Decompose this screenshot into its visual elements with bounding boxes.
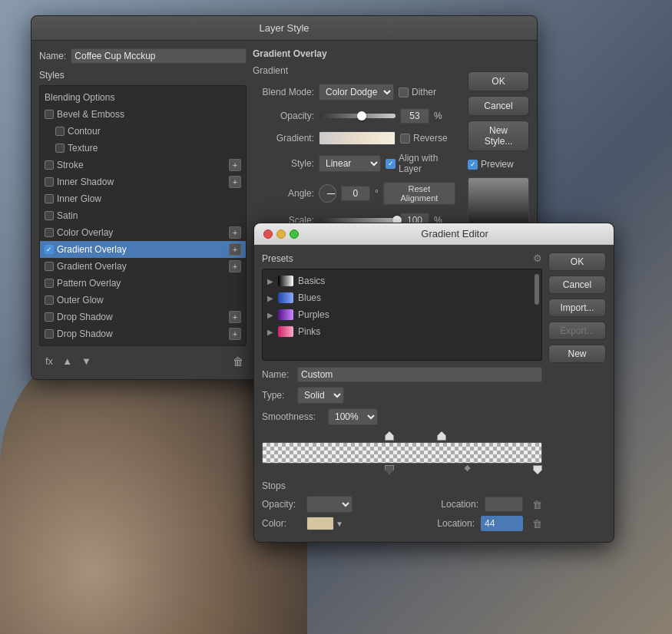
color-stop-midpoint[interactable] [465,465,471,471]
contour-item[interactable]: Contour [40,123,246,140]
gradient-overlay-1-plus[interactable]: + [229,243,241,256]
opacity-stops-label: Opacity: [262,499,300,510]
color-overlay-checkbox[interactable] [45,228,54,237]
angle-wheel[interactable] [319,184,336,203]
gradient-preview[interactable] [319,131,396,145]
reset-alignment-button[interactable]: Reset Alignment [383,182,455,205]
inner-shadow-plus[interactable]: + [229,176,241,188]
gradient-overlay-1-checkbox[interactable]: ✓ [45,245,54,254]
delete-button[interactable]: 🗑 [233,355,243,368]
opacity-trash-icon[interactable]: 🗑 [532,499,542,510]
color-trash-icon[interactable]: 🗑 [532,518,542,530]
outer-glow-item[interactable]: Outer Glow [40,292,246,309]
color-swatch[interactable] [306,517,334,530]
pattern-overlay-item[interactable]: Pattern Overlay [40,275,246,292]
outer-glow-checkbox[interactable] [45,296,54,305]
inner-shadow-checkbox[interactable] [45,177,54,187]
preset-pinks[interactable]: ▶ Pinks [263,323,541,340]
new-style-button[interactable]: New Style... [468,121,529,151]
pattern-overlay-checkbox[interactable] [45,279,54,288]
inner-glow-item[interactable]: Inner Glow [40,190,246,207]
inner-glow-label: Inner Glow [57,193,241,204]
reverse-checkbox[interactable] [400,134,410,144]
gradient-overlay-2-checkbox[interactable] [45,262,54,271]
pinks-icon [278,326,293,337]
color-stop-left[interactable] [385,465,394,474]
opacity-location-label: Location: [441,499,478,510]
bevel-checkbox[interactable] [45,110,54,119]
drop-shadow-2-plus[interactable]: + [229,328,241,340]
blending-options-item[interactable]: Blending Options [40,89,246,106]
cancel-button[interactable]: Cancel [468,96,529,116]
color-overlay-item[interactable]: Color Overlay + [40,224,246,241]
ge-export-button[interactable]: Export... [548,322,606,340]
styles-header: Styles [39,70,247,81]
style-select[interactable]: Linear Radial Angle Reflected Diamond [319,155,381,172]
angle-input[interactable] [341,186,370,201]
close-button[interactable] [263,229,273,239]
gradient-overlay-2-item[interactable]: Gradient Overlay + [40,258,246,275]
gradient-overlay-1-item[interactable]: ✓ Gradient Overlay + [40,241,246,258]
preview-label: Preview [481,159,514,170]
satin-checkbox[interactable] [45,211,54,220]
dither-checkbox[interactable] [399,88,409,97]
texture-item[interactable]: Texture [40,140,246,157]
preset-blues[interactable]: ▶ Blues [263,289,541,306]
ge-name-input[interactable] [297,367,542,382]
bevel-emboss-item[interactable]: Bevel & Emboss [40,106,246,123]
ge-cancel-button[interactable]: Cancel [548,276,606,294]
drop-shadow-1-checkbox[interactable] [45,312,54,322]
opacity-location-input[interactable] [485,497,523,512]
satin-item[interactable]: Satin [40,207,246,224]
gradient-editor-titlebar: Gradient Editor [254,223,614,245]
fx-button[interactable]: fx [42,354,56,368]
presets-gear-icon[interactable]: ⚙ [533,253,542,264]
preset-basics[interactable]: ▶ Basics [263,272,541,289]
color-overlay-plus[interactable]: + [229,226,241,239]
inner-glow-checkbox[interactable] [45,194,54,203]
pinks-chevron: ▶ [267,328,273,336]
bottom-toolbar: fx ▲ ▼ 🗑 [39,351,247,371]
gradient-bar[interactable] [262,442,542,464]
ge-import-button[interactable]: Import... [548,299,606,317]
drop-shadow-1-item[interactable]: Drop Shadow + [40,309,246,325]
stroke-checkbox[interactable] [45,160,54,170]
color-dropdown-icon[interactable]: ▼ [336,520,343,528]
texture-checkbox[interactable] [55,144,65,153]
preview-box [468,177,529,223]
drop-shadow-2-item[interactable]: Drop Shadow + [40,325,246,342]
stroke-plus[interactable]: + [229,159,241,171]
move-up-button[interactable]: ▲ [59,354,75,368]
align-checkbox[interactable]: ✓ [386,159,396,169]
zoom-button[interactable] [290,229,299,239]
ok-button[interactable]: OK [468,71,529,91]
drop-shadow-1-plus[interactable]: + [229,311,241,323]
inner-shadow-item[interactable]: Inner Shadow + [40,173,246,190]
color-stop-right[interactable] [533,465,542,474]
minimize-button[interactable] [276,229,286,239]
opacity-input[interactable] [400,108,429,124]
opacity-slider[interactable] [319,114,396,118]
name-input[interactable] [71,48,247,64]
opacity-label: Opacity: [253,111,314,121]
preset-purples[interactable]: ▶ Purples [263,306,541,323]
ge-new-button[interactable]: New [548,345,606,363]
preview-checkbox[interactable]: ✓ [468,160,478,170]
drop-shadow-2-checkbox[interactable] [45,329,54,338]
ge-ok-button[interactable]: OK [548,253,606,271]
presets-scrollbar[interactable] [534,272,540,357]
color-location-input[interactable] [481,516,523,531]
opacity-stop-right[interactable] [437,431,446,441]
purples-label: Purples [298,309,329,320]
layer-style-titlebar: Layer Style [31,16,537,41]
blues-label: Blues [298,292,321,303]
opacity-stops-input[interactable] [306,496,353,513]
opacity-stop-left[interactable] [385,431,394,441]
blend-mode-select[interactable]: Color Dodge Normal Multiply Screen [319,84,394,101]
ge-type-select[interactable]: Solid Noise [297,387,344,404]
move-down-button[interactable]: ▼ [78,354,94,368]
stroke-item[interactable]: Stroke + [40,157,246,173]
ge-smoothness-select[interactable]: 100% 75% 50% [328,408,378,425]
contour-checkbox[interactable] [55,127,65,136]
gradient-overlay-2-plus[interactable]: + [229,260,241,272]
